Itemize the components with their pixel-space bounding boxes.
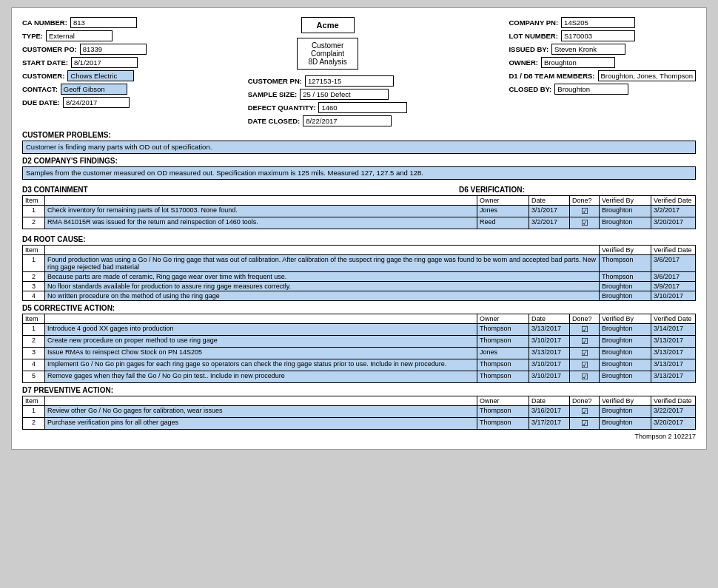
- customer-pn-value: 127153-15: [305, 75, 394, 87]
- item-cell: 1: [23, 324, 45, 336]
- customer-row: CUSTOMER: Chows Electric: [22, 70, 147, 81]
- d7-header-row: Item Owner Date Done? Verified By Verifi…: [23, 396, 696, 406]
- d5-header: D5 CORRECTIVE ACTION:: [22, 304, 696, 312]
- done-cell: ☑: [570, 324, 600, 336]
- ca-number-row: CA NUMBER: 813: [22, 17, 147, 28]
- date-cell: 3/10/2017: [529, 336, 570, 348]
- owner-cell: Thompson: [477, 418, 529, 430]
- company-name-box: Acme: [301, 17, 355, 33]
- d4-th-verdate: Verified Date: [651, 246, 696, 255]
- d2-header: D2 COMPANY'S FINDINGS:: [22, 157, 696, 165]
- verdate-cell: 3/9/2017: [651, 282, 696, 291]
- ca-number-label: CA NUMBER:: [22, 18, 67, 27]
- company-name: Acme: [317, 21, 339, 30]
- desc-cell: Create new procedure on proper method to…: [45, 336, 477, 348]
- d5-th-date: Date: [529, 314, 570, 324]
- d2-text: Samples from the customer measured on OD…: [22, 166, 696, 180]
- verby-cell: Broughton: [600, 336, 651, 348]
- done-cell: ☑: [570, 371, 600, 383]
- start-date-value: 8/1/2017: [71, 57, 138, 68]
- d5-th-verby: Verified By: [600, 314, 651, 324]
- doc-type-box: Customer Complaint 8D Analysis: [297, 38, 358, 70]
- due-date-value: 8/24/2017: [63, 97, 130, 108]
- desc-cell: Found production was using a Go / No Go …: [45, 255, 600, 272]
- d7-th-done: Done?: [570, 396, 600, 406]
- owner-value: Broughton: [541, 57, 615, 68]
- verby-cell: Broughton: [600, 324, 651, 336]
- done-cell: ☑: [570, 206, 600, 217]
- table-row: 1 Introduce 4 good XX gages into product…: [23, 324, 696, 336]
- owner-cell: Thompson: [477, 324, 529, 336]
- d3-header-row: Item Owner Date Done? Verified By Verifi…: [23, 196, 696, 206]
- verdate-cell: 3/20/2017: [651, 418, 696, 430]
- desc-cell: No floor standards available for product…: [45, 282, 600, 291]
- d7-th-item: Item: [23, 396, 45, 406]
- date-cell: 3/16/2017: [529, 406, 570, 418]
- th-item: Item: [23, 196, 45, 206]
- verby-cell: Broughton: [600, 359, 651, 371]
- defect-qty-row: DEFECT QUANTITY: 1460: [248, 102, 408, 113]
- owner-cell: Thompson: [477, 406, 529, 418]
- d3-header: D3 CONTAINMENT: [22, 186, 459, 194]
- d4-header: D4 ROOT CAUSE:: [22, 235, 696, 243]
- table-row: 2 RMA 841015R was issued for the return …: [23, 217, 696, 229]
- contact-label: CONTACT:: [22, 85, 58, 93]
- defect-qty-value: 1460: [318, 102, 407, 113]
- verby-cell: Broughton: [600, 291, 651, 301]
- item-cell: 2: [23, 272, 45, 282]
- verdate-cell: 3/13/2017: [651, 348, 696, 359]
- th-date: Date: [529, 196, 570, 206]
- sample-size-row: SAMPLE SIZE: 25 / 150 Defect: [248, 89, 408, 100]
- desc-cell: No written procedure on the method of us…: [45, 291, 600, 301]
- desc-cell: Purchase verification pins for all other…: [45, 418, 477, 430]
- customer-pn-row: CUSTOMER PN: 127153-15: [248, 75, 408, 87]
- customer-problems-text: Customer is finding many parts with OD o…: [22, 141, 696, 154]
- start-date-row: START DATE: 8/1/2017: [22, 57, 147, 68]
- desc-cell: Review other Go / No Go gages for calibr…: [45, 406, 477, 418]
- done-cell: ☑: [570, 336, 600, 348]
- th-desc: [45, 196, 477, 206]
- done-cell: ☑: [570, 418, 600, 430]
- verdate-cell: 3/13/2017: [651, 336, 696, 348]
- verdate-cell: 3/13/2017: [651, 359, 696, 371]
- customer-po-label: CUSTOMER PO:: [22, 45, 77, 53]
- right-fields: COMPANY PN: 14S205 LOT NUMBER: S170003 I…: [509, 17, 696, 95]
- doc-type-line2: Complaint: [308, 50, 346, 58]
- due-date-row: DUE DATE: 8/24/2017: [22, 97, 147, 108]
- item-cell: 2: [23, 217, 45, 229]
- closed-by-value: Broughton: [554, 84, 628, 95]
- verby-cell: Broughton: [600, 418, 651, 430]
- d5-table: Item Owner Date Done? Verified By Verifi…: [22, 314, 696, 383]
- d1d8-label: D1 / D8 TEAM MEMBERS:: [509, 72, 594, 80]
- verby-cell: Broughton: [600, 282, 651, 291]
- table-row: 3 Issue RMAs to reinspect Chow Stock on …: [23, 348, 696, 359]
- date-closed-label: DATE CLOSED:: [248, 117, 301, 125]
- verby-cell: Thompson: [600, 272, 651, 282]
- th-verby: Verified By: [600, 196, 651, 206]
- footer-text: Thompson 2 102217: [22, 433, 696, 440]
- defect-qty-label: DEFECT QUANTITY:: [248, 104, 316, 112]
- contact-row: CONTACT: Geoff Gibson: [22, 84, 147, 95]
- desc-cell: Because parts are made of ceramic, Ring …: [45, 272, 600, 282]
- date-closed-value: 8/22/2017: [303, 115, 392, 126]
- company-pn-value: 14S205: [561, 17, 635, 28]
- d4-table: Item Verified By Verified Date 1 Found p…: [22, 245, 696, 301]
- verdate-cell: 3/2/2017: [651, 206, 696, 217]
- table-row: 3 No floor standards available for produ…: [23, 282, 696, 291]
- date-closed-row: DATE CLOSED: 8/22/2017: [248, 115, 408, 126]
- start-date-label: START DATE:: [22, 58, 68, 67]
- th-owner: Owner: [477, 196, 529, 206]
- d5-th-desc: [45, 314, 477, 324]
- table-row: 1 Review other Go / No Go gages for cali…: [23, 406, 696, 418]
- item-cell: 2: [23, 336, 45, 348]
- contact-value: Geoff Gibson: [61, 84, 127, 95]
- owner-cell: Reed: [477, 217, 529, 229]
- d5-header-row: Item Owner Date Done? Verified By Verifi…: [23, 314, 696, 324]
- d5-th-done: Done?: [570, 314, 600, 324]
- verby-cell: Thompson: [600, 255, 651, 272]
- doc-type-line3: 8D Analysis: [308, 58, 346, 66]
- type-row: TYPE: External: [22, 30, 147, 41]
- item-cell: 1: [23, 255, 45, 272]
- d6-header: D6 VERIFICATION:: [459, 186, 696, 194]
- verby-cell: Broughton: [600, 348, 651, 359]
